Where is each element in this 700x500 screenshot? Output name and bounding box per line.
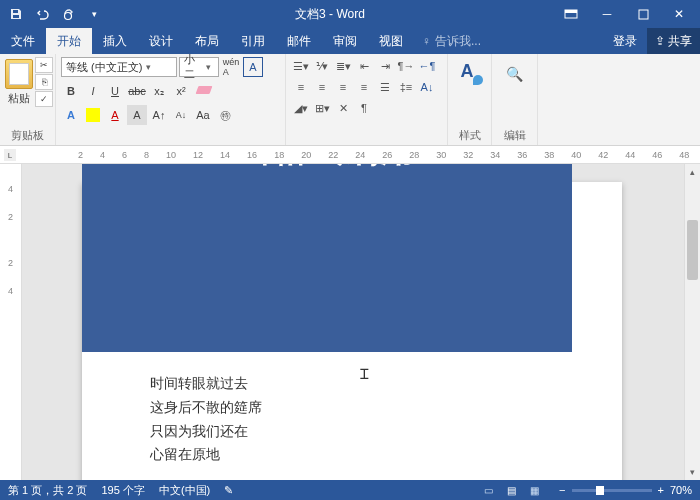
share-button[interactable]: ⇪共享 (647, 28, 700, 54)
minimize-button[interactable]: ─ (590, 2, 624, 26)
horizontal-ruler[interactable]: L 24681012141618202224262830323436384042… (0, 146, 700, 164)
share-icon: ⇪ (655, 34, 665, 48)
page-indicator[interactable]: 第 1 页，共 2 页 (8, 483, 87, 498)
tab-file[interactable]: 文件 (0, 28, 46, 54)
font-name-select[interactable]: 等线 (中文正文)▾ (61, 57, 177, 77)
insert-mode-icon[interactable]: ✎ (224, 484, 233, 497)
document-area[interactable]: 时间转眼就过去 这身后不散的筵席 只因为我们还在 心留在原地 易雪龙 当格式刷用… (22, 164, 684, 480)
group-font: 等线 (中文正文)▾ 小二▾ wénA A B I U abc x₂ x² A … (56, 54, 286, 145)
group-clipboard: 粘贴 ✂ ⎘ ✓ 剪贴板 (0, 54, 56, 145)
tab-layout[interactable]: 布局 (184, 28, 230, 54)
zoom-slider[interactable] (572, 489, 652, 492)
group-editing: 🔍 编辑 (492, 54, 538, 145)
shrink-font-button[interactable]: A↓ (171, 105, 191, 125)
bullets-button[interactable]: ☰▾ (291, 57, 311, 75)
tab-insert[interactable]: 插入 (92, 28, 138, 54)
east-asian-layout-button[interactable]: ✕ (333, 99, 353, 117)
svg-rect-1 (13, 15, 19, 18)
superscript-button[interactable]: x² (171, 81, 191, 101)
rtl-button[interactable]: ←¶ (417, 57, 437, 75)
word-count[interactable]: 195 个字 (101, 483, 144, 498)
close-button[interactable]: ✕ (662, 2, 696, 26)
ribbon-tabs: 文件 开始 插入 设计 布局 引用 邮件 审阅 视图 ♀告诉我... 登录 ⇪共… (0, 28, 700, 54)
clear-formatting-button[interactable] (193, 80, 219, 102)
align-right-button[interactable]: ≡ (333, 78, 353, 96)
tab-review[interactable]: 审阅 (322, 28, 368, 54)
cut-button[interactable]: ✂ (35, 57, 53, 73)
redo-button[interactable] (56, 2, 80, 26)
decrease-indent-button[interactable]: ⇤ (354, 57, 374, 75)
align-center-button[interactable]: ≡ (312, 78, 332, 96)
distribute-button[interactable]: ☰ (375, 78, 395, 96)
shading-button[interactable]: ◢▾ (291, 99, 311, 117)
read-mode-button[interactable]: ▭ (477, 482, 499, 498)
change-case-button[interactable]: Aa (193, 105, 213, 125)
numbering-button[interactable]: ⅟▾ (312, 57, 332, 75)
vertical-scrollbar[interactable]: ▴ ▾ (684, 164, 700, 480)
scroll-up-button[interactable]: ▴ (685, 164, 700, 180)
save-button[interactable] (4, 2, 28, 26)
paste-icon (5, 59, 33, 89)
svg-rect-5 (639, 10, 648, 19)
web-layout-button[interactable]: ▦ (523, 482, 545, 498)
zoom-percent[interactable]: 70% (670, 484, 692, 496)
tell-me[interactable]: ♀告诉我... (414, 33, 489, 50)
borders-button[interactable]: ⊞▾ (312, 99, 332, 117)
svg-point-2 (65, 13, 72, 20)
bulb-icon: ♀ (422, 34, 431, 48)
underline-button[interactable]: U (105, 81, 125, 101)
tab-view[interactable]: 视图 (368, 28, 414, 54)
styles-button[interactable] (457, 61, 483, 87)
overlay-panel: 易雪龙 当格式刷用 (82, 164, 572, 352)
subscript-button[interactable]: x₂ (149, 81, 169, 101)
copy-button[interactable]: ⎘ (35, 74, 53, 90)
view-buttons: ▭ ▤ ▦ (477, 482, 545, 498)
find-button[interactable]: 🔍 (504, 63, 526, 85)
quick-access-toolbar: ▾ (4, 2, 106, 26)
phonetic-guide-button[interactable]: wénA (221, 57, 241, 77)
tab-references[interactable]: 引用 (230, 28, 276, 54)
maximize-button[interactable] (626, 2, 660, 26)
tab-home[interactable]: 开始 (46, 28, 92, 54)
title-bar: ▾ 文档3 - Word ─ ✕ (0, 0, 700, 28)
grow-font-button[interactable]: A↑ (149, 105, 169, 125)
font-size-select[interactable]: 小二▾ (179, 57, 219, 77)
qat-dropdown[interactable]: ▾ (82, 2, 106, 26)
group-label: 剪贴板 (5, 126, 50, 143)
zoom-in-button[interactable]: + (658, 484, 664, 496)
zoom-out-button[interactable]: − (559, 484, 565, 496)
scroll-thumb[interactable] (687, 220, 698, 280)
multilevel-button[interactable]: ≣▾ (333, 57, 353, 75)
strikethrough-button[interactable]: abc (127, 81, 147, 101)
show-marks-button[interactable]: ¶ (354, 99, 374, 117)
tab-selector[interactable]: L (4, 149, 16, 161)
sort-button[interactable]: A↓ (417, 78, 437, 96)
justify-button[interactable]: ≡ (354, 78, 374, 96)
paste-button[interactable]: 粘贴 (5, 57, 33, 107)
ltr-button[interactable]: ¶→ (396, 57, 416, 75)
text-effects-button[interactable]: A (61, 105, 81, 125)
undo-button[interactable] (30, 2, 54, 26)
vertical-ruler[interactable]: 4224 (0, 164, 22, 480)
char-shading-button[interactable]: A (127, 105, 147, 125)
tab-design[interactable]: 设计 (138, 28, 184, 54)
align-left-button[interactable]: ≡ (291, 78, 311, 96)
line-spacing-button[interactable]: ‡≡ (396, 78, 416, 96)
ribbon-options-button[interactable] (554, 2, 588, 26)
group-paragraph: ☰▾ ⅟▾ ≣▾ ⇤ ⇥ ¶→ ←¶ ≡ ≡ ≡ ≡ ☰ ‡≡ A↓ ◢▾ ⊞▾… (286, 54, 448, 145)
bold-button[interactable]: B (61, 81, 81, 101)
login-button[interactable]: 登录 (603, 33, 647, 50)
character-border-button[interactable]: A (243, 57, 263, 77)
print-layout-button[interactable]: ▤ (500, 482, 522, 498)
increase-indent-button[interactable]: ⇥ (375, 57, 395, 75)
enclose-char-button[interactable]: ㊕ (215, 105, 235, 125)
italic-button[interactable]: I (83, 81, 103, 101)
scroll-down-button[interactable]: ▾ (685, 464, 700, 480)
tab-mailings[interactable]: 邮件 (276, 28, 322, 54)
language-indicator[interactable]: 中文(中国) (159, 483, 210, 498)
body-text[interactable]: 时间转眼就过去 这身后不散的筵席 只因为我们还在 心留在原地 (150, 372, 622, 467)
font-color-button[interactable]: A (105, 105, 125, 125)
format-painter-button[interactable]: ✓ (35, 91, 53, 107)
overlay-headline: 当格式刷用 (102, 164, 552, 173)
highlight-button[interactable] (83, 105, 103, 125)
